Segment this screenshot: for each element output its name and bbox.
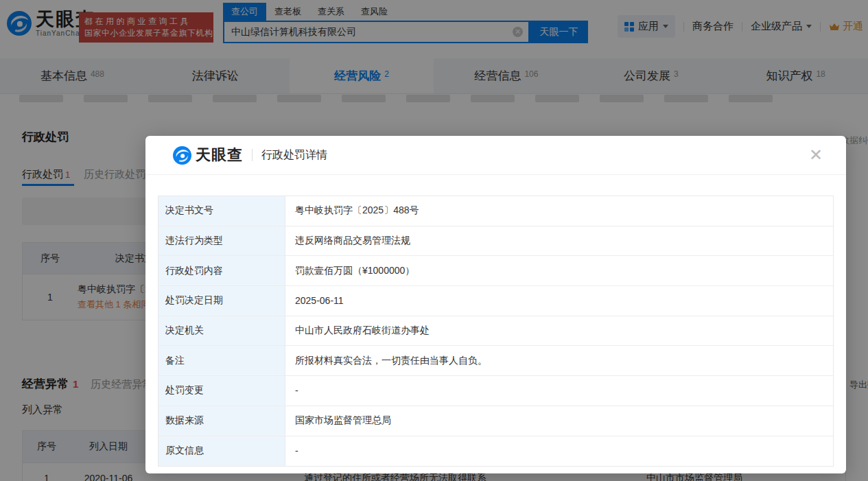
detail-row: 处罚变更 - bbox=[159, 376, 833, 406]
detail-row: 原文信息 - bbox=[159, 436, 833, 467]
close-icon[interactable]: ✕ bbox=[809, 147, 823, 163]
detail-row: 行政处罚内容 罚款壹佰万圆（¥1000000） bbox=[159, 256, 833, 286]
modal-brand-name: 天眼查 bbox=[196, 145, 243, 165]
modal-title: 行政处罚详情 bbox=[261, 148, 327, 163]
detail-label: 原文信息 bbox=[159, 436, 285, 467]
detail-row: 违法行为类型 违反网络商品交易管理法规 bbox=[159, 226, 833, 257]
detail-value: - bbox=[285, 376, 833, 406]
divider bbox=[252, 149, 253, 161]
modal-brand: 天眼查 bbox=[173, 145, 243, 165]
detail-label: 决定机关 bbox=[159, 316, 285, 346]
detail-label: 备注 bbox=[159, 346, 285, 375]
detail-value: 罚款壹佰万圆（¥1000000） bbox=[285, 256, 833, 285]
detail-row: 处罚决定日期 2025-06-11 bbox=[159, 286, 833, 316]
detail-label: 处罚决定日期 bbox=[159, 286, 285, 316]
detail-value: 国家市场监督管理总局 bbox=[285, 406, 833, 436]
detail-row: 备注 所报材料真实合法，一切责任由当事人自负。 bbox=[159, 346, 833, 376]
detail-value: 中山市人民政府石岐街道办事处 bbox=[285, 316, 833, 346]
detail-label: 处罚变更 bbox=[159, 376, 285, 406]
modal-header: 天眼查 行政处罚详情 ✕ bbox=[145, 136, 846, 175]
detail-label: 数据来源 bbox=[159, 406, 285, 436]
tianyancha-logo-icon bbox=[173, 146, 191, 165]
detail-label: 违法行为类型 bbox=[159, 226, 285, 256]
detail-label: 行政处罚内容 bbox=[159, 256, 285, 285]
detail-value: - bbox=[285, 436, 833, 467]
detail-value: 所报材料真实合法，一切责任由当事人自负。 bbox=[285, 346, 833, 375]
detail-value: 粤中岐执罚字〔2025〕488号 bbox=[285, 196, 833, 226]
penalty-detail-table: 决定书文号 粤中岐执罚字〔2025〕488号 违法行为类型 违反网络商品交易管理… bbox=[158, 196, 834, 467]
detail-label: 决定书文号 bbox=[159, 196, 285, 226]
detail-row: 决定机关 中山市人民政府石岐街道办事处 bbox=[159, 316, 833, 347]
detail-value: 违反网络商品交易管理法规 bbox=[285, 226, 833, 256]
detail-value: 2025-06-11 bbox=[285, 286, 833, 316]
detail-row: 决定书文号 粤中岐执罚字〔2025〕488号 bbox=[159, 196, 833, 226]
detail-row: 数据来源 国家市场监督管理总局 bbox=[159, 406, 833, 436]
penalty-detail-modal: 天眼查 行政处罚详情 ✕ 决定书文号 粤中岐执罚字〔2025〕488号 违法行为… bbox=[145, 136, 846, 473]
